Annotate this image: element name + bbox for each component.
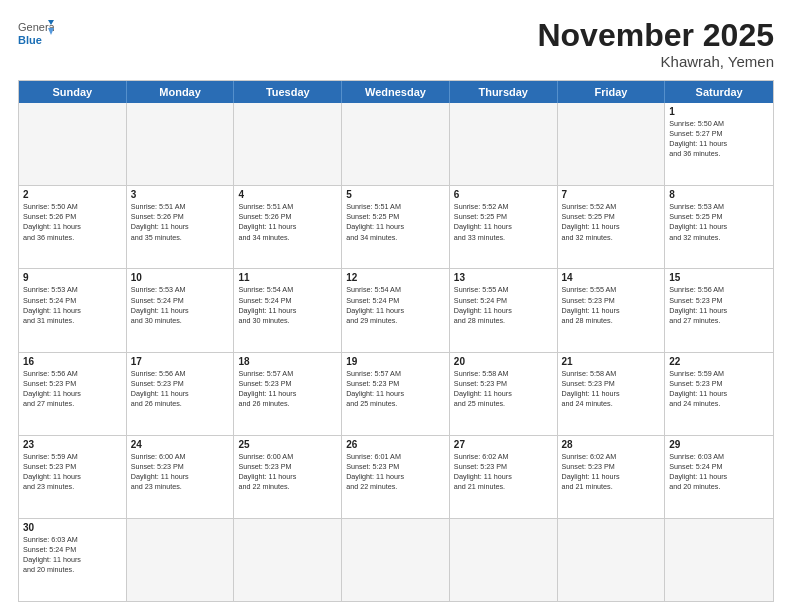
svg-text:Blue: Blue [18,34,42,46]
cell-info-3-5: Sunrise: 5:58 AM Sunset: 5:23 PM Dayligh… [562,369,661,409]
cell-info-3-2: Sunrise: 5:57 AM Sunset: 5:23 PM Dayligh… [238,369,337,409]
day-number-1-1: 3 [131,189,230,200]
calendar-cell-1-6: 8Sunrise: 5:53 AM Sunset: 5:25 PM Daylig… [665,186,773,268]
day-number-1-0: 2 [23,189,122,200]
day-number-2-2: 11 [238,272,337,283]
day-number-4-0: 23 [23,439,122,450]
cell-info-1-5: Sunrise: 5:52 AM Sunset: 5:25 PM Dayligh… [562,202,661,242]
header-tuesday: Tuesday [234,81,342,103]
calendar-cell-5-0: 30Sunrise: 6:03 AM Sunset: 5:24 PM Dayli… [19,519,127,601]
cell-info-5-0: Sunrise: 6:03 AM Sunset: 5:24 PM Dayligh… [23,535,122,575]
cell-info-3-1: Sunrise: 5:56 AM Sunset: 5:23 PM Dayligh… [131,369,230,409]
calendar-cell-4-6: 29Sunrise: 6:03 AM Sunset: 5:24 PM Dayli… [665,436,773,518]
calendar-cell-2-6: 15Sunrise: 5:56 AM Sunset: 5:23 PM Dayli… [665,269,773,351]
day-number-2-1: 10 [131,272,230,283]
calendar-cell-0-2 [234,103,342,185]
calendar-cell-3-0: 16Sunrise: 5:56 AM Sunset: 5:23 PM Dayli… [19,353,127,435]
cell-info-3-6: Sunrise: 5:59 AM Sunset: 5:23 PM Dayligh… [669,369,769,409]
calendar-cell-3-2: 18Sunrise: 5:57 AM Sunset: 5:23 PM Dayli… [234,353,342,435]
calendar-cell-3-3: 19Sunrise: 5:57 AM Sunset: 5:23 PM Dayli… [342,353,450,435]
cell-info-1-0: Sunrise: 5:50 AM Sunset: 5:26 PM Dayligh… [23,202,122,242]
header-saturday: Saturday [665,81,773,103]
day-number-4-5: 28 [562,439,661,450]
day-number-2-6: 15 [669,272,769,283]
calendar-cell-2-3: 12Sunrise: 5:54 AM Sunset: 5:24 PM Dayli… [342,269,450,351]
calendar-row-5: 30Sunrise: 6:03 AM Sunset: 5:24 PM Dayli… [19,518,773,601]
day-number-1-5: 7 [562,189,661,200]
location-title: Khawrah, Yemen [537,53,774,70]
calendar-row-0: 1Sunrise: 5:50 AM Sunset: 5:27 PM Daylig… [19,103,773,185]
day-number-3-3: 19 [346,356,445,367]
day-number-1-2: 4 [238,189,337,200]
calendar-cell-2-4: 13Sunrise: 5:55 AM Sunset: 5:24 PM Dayli… [450,269,558,351]
cell-info-1-6: Sunrise: 5:53 AM Sunset: 5:25 PM Dayligh… [669,202,769,242]
day-number-4-2: 25 [238,439,337,450]
day-number-2-5: 14 [562,272,661,283]
cell-info-2-1: Sunrise: 5:53 AM Sunset: 5:24 PM Dayligh… [131,285,230,325]
calendar-cell-1-4: 6Sunrise: 5:52 AM Sunset: 5:25 PM Daylig… [450,186,558,268]
day-number-3-0: 16 [23,356,122,367]
cell-info-2-4: Sunrise: 5:55 AM Sunset: 5:24 PM Dayligh… [454,285,553,325]
calendar-cell-4-4: 27Sunrise: 6:02 AM Sunset: 5:23 PM Dayli… [450,436,558,518]
calendar-cell-0-6: 1Sunrise: 5:50 AM Sunset: 5:27 PM Daylig… [665,103,773,185]
calendar-row-3: 16Sunrise: 5:56 AM Sunset: 5:23 PM Dayli… [19,352,773,435]
calendar-header: Sunday Monday Tuesday Wednesday Thursday… [19,81,773,103]
calendar-body: 1Sunrise: 5:50 AM Sunset: 5:27 PM Daylig… [19,103,773,601]
calendar-cell-5-4 [450,519,558,601]
calendar-cell-5-3 [342,519,450,601]
calendar-cell-1-2: 4Sunrise: 5:51 AM Sunset: 5:26 PM Daylig… [234,186,342,268]
cell-info-4-0: Sunrise: 5:59 AM Sunset: 5:23 PM Dayligh… [23,452,122,492]
header-friday: Friday [558,81,666,103]
cell-info-1-3: Sunrise: 5:51 AM Sunset: 5:25 PM Dayligh… [346,202,445,242]
cell-info-4-5: Sunrise: 6:02 AM Sunset: 5:23 PM Dayligh… [562,452,661,492]
calendar-row-4: 23Sunrise: 5:59 AM Sunset: 5:23 PM Dayli… [19,435,773,518]
calendar-cell-2-1: 10Sunrise: 5:53 AM Sunset: 5:24 PM Dayli… [127,269,235,351]
cell-info-1-1: Sunrise: 5:51 AM Sunset: 5:26 PM Dayligh… [131,202,230,242]
calendar-cell-2-0: 9Sunrise: 5:53 AM Sunset: 5:24 PM Daylig… [19,269,127,351]
calendar: Sunday Monday Tuesday Wednesday Thursday… [18,80,774,602]
calendar-cell-5-2 [234,519,342,601]
calendar-cell-3-1: 17Sunrise: 5:56 AM Sunset: 5:23 PM Dayli… [127,353,235,435]
cell-info-4-1: Sunrise: 6:00 AM Sunset: 5:23 PM Dayligh… [131,452,230,492]
month-title: November 2025 [537,18,774,53]
calendar-cell-1-0: 2Sunrise: 5:50 AM Sunset: 5:26 PM Daylig… [19,186,127,268]
calendar-cell-0-1 [127,103,235,185]
day-number-2-4: 13 [454,272,553,283]
logo: General Blue [18,18,54,54]
page: General Blue November 2025 Khawrah, Yeme… [0,0,792,612]
day-number-4-6: 29 [669,439,769,450]
calendar-cell-1-5: 7Sunrise: 5:52 AM Sunset: 5:25 PM Daylig… [558,186,666,268]
cell-info-2-0: Sunrise: 5:53 AM Sunset: 5:24 PM Dayligh… [23,285,122,325]
header-thursday: Thursday [450,81,558,103]
calendar-cell-4-5: 28Sunrise: 6:02 AM Sunset: 5:23 PM Dayli… [558,436,666,518]
header-wednesday: Wednesday [342,81,450,103]
cell-info-0-6: Sunrise: 5:50 AM Sunset: 5:27 PM Dayligh… [669,119,769,159]
day-number-3-5: 21 [562,356,661,367]
title-block: November 2025 Khawrah, Yemen [537,18,774,70]
calendar-cell-4-0: 23Sunrise: 5:59 AM Sunset: 5:23 PM Dayli… [19,436,127,518]
day-number-4-3: 26 [346,439,445,450]
cell-info-2-5: Sunrise: 5:55 AM Sunset: 5:23 PM Dayligh… [562,285,661,325]
calendar-cell-1-1: 3Sunrise: 5:51 AM Sunset: 5:26 PM Daylig… [127,186,235,268]
calendar-cell-2-2: 11Sunrise: 5:54 AM Sunset: 5:24 PM Dayli… [234,269,342,351]
calendar-cell-5-5 [558,519,666,601]
calendar-cell-0-0 [19,103,127,185]
day-number-1-6: 8 [669,189,769,200]
calendar-cell-3-4: 20Sunrise: 5:58 AM Sunset: 5:23 PM Dayli… [450,353,558,435]
calendar-cell-2-5: 14Sunrise: 5:55 AM Sunset: 5:23 PM Dayli… [558,269,666,351]
day-number-0-6: 1 [669,106,769,117]
cell-info-4-3: Sunrise: 6:01 AM Sunset: 5:23 PM Dayligh… [346,452,445,492]
cell-info-2-3: Sunrise: 5:54 AM Sunset: 5:24 PM Dayligh… [346,285,445,325]
cell-info-3-3: Sunrise: 5:57 AM Sunset: 5:23 PM Dayligh… [346,369,445,409]
day-number-4-1: 24 [131,439,230,450]
logo-svg: General Blue [18,18,54,54]
cell-info-1-4: Sunrise: 5:52 AM Sunset: 5:25 PM Dayligh… [454,202,553,242]
cell-info-2-2: Sunrise: 5:54 AM Sunset: 5:24 PM Dayligh… [238,285,337,325]
calendar-cell-4-1: 24Sunrise: 6:00 AM Sunset: 5:23 PM Dayli… [127,436,235,518]
day-number-3-4: 20 [454,356,553,367]
calendar-cell-1-3: 5Sunrise: 5:51 AM Sunset: 5:25 PM Daylig… [342,186,450,268]
calendar-cell-5-6 [665,519,773,601]
day-number-3-1: 17 [131,356,230,367]
calendar-row-1: 2Sunrise: 5:50 AM Sunset: 5:26 PM Daylig… [19,185,773,268]
day-number-1-3: 5 [346,189,445,200]
